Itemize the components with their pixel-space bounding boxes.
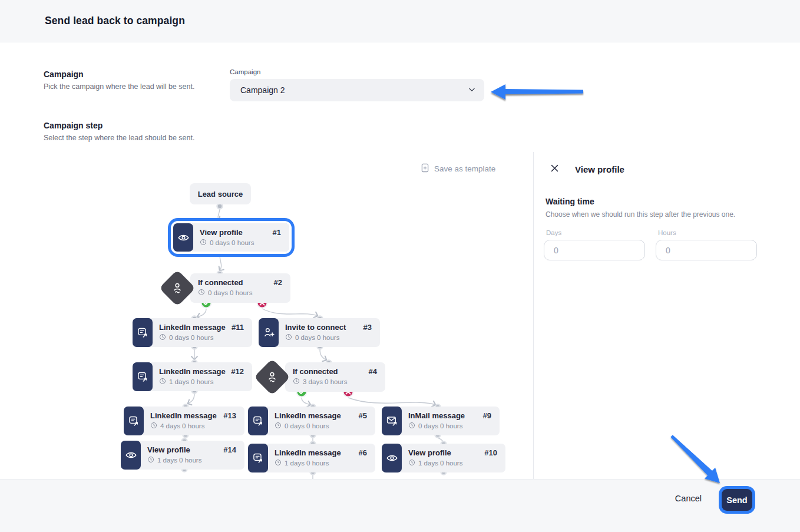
inmail-icon: [382, 407, 402, 435]
clock-icon: [150, 422, 157, 430]
node-wait-time: 0 days 0 hours: [285, 422, 329, 429]
node-number: #10: [484, 448, 497, 457]
node-body: LinkedIn message#110 days 0 hours: [151, 318, 252, 347]
node-body: If connected#20 days 0 hours: [190, 273, 290, 303]
cancel-button[interactable]: Cancel: [675, 488, 702, 508]
days-input[interactable]: [544, 240, 645, 260]
campaign-step-heading: Campaign step: [44, 121, 214, 130]
flow-node-step-13[interactable]: LinkedIn message#134 days 0 hours: [124, 407, 244, 435]
node-body: InMail message#90 days 0 hours: [401, 407, 500, 435]
close-icon[interactable]: [550, 164, 559, 174]
save-as-template-button[interactable]: Save as template: [421, 163, 495, 174]
node-wait-time: 0 days 0 hours: [169, 334, 213, 341]
node-number: #14: [223, 445, 236, 454]
node-body: View profile#10 days 0 hours: [192, 223, 289, 252]
node-body: LinkedIn message#50 days 0 hours: [267, 407, 375, 435]
person-plus-icon: [259, 318, 279, 347]
modal-header: Send lead back to campaign: [0, 0, 800, 42]
message-icon: [133, 362, 153, 391]
node-wait-time: 1 days 0 hours: [157, 457, 201, 464]
node-body: View profile#101 days 0 hours: [401, 444, 505, 472]
send-button[interactable]: Send: [722, 489, 752, 511]
clock-icon: [408, 422, 415, 430]
eye-icon: [382, 444, 402, 472]
flow-node-step-14[interactable]: View profile#141 days 0 hours: [121, 441, 244, 470]
node-number: #9: [483, 411, 491, 420]
node-number: #6: [359, 448, 367, 457]
flow-node-step-11[interactable]: LinkedIn message#110 days 0 hours: [133, 318, 252, 347]
modal-footer: Cancel Send: [0, 479, 800, 532]
campaign-step-description: Select the step where the lead should be…: [44, 134, 214, 142]
node-title: If connected: [293, 367, 369, 376]
clock-icon: [293, 378, 300, 386]
node-title: LinkedIn message: [150, 411, 223, 420]
node-title: Invite to connect: [285, 323, 363, 332]
flow-node-step-10[interactable]: View profile#101 days 0 hours: [382, 444, 505, 472]
node-body: LinkedIn message#121 days 0 hours: [151, 362, 252, 391]
node-number: #3: [363, 323, 372, 332]
node-wait-time: 4 days 0 hours: [160, 422, 204, 429]
node-title: View profile: [147, 445, 223, 454]
message-icon: [133, 318, 153, 347]
clock-icon: [275, 422, 282, 430]
message-icon: [248, 444, 268, 472]
waiting-time-heading: Waiting time: [546, 197, 781, 206]
node-number: #1: [273, 228, 281, 237]
node-body: Invite to connect#30 days 0 hours: [277, 318, 380, 347]
node-number: #5: [359, 411, 367, 420]
flow-node-step-9[interactable]: InMail message#90 days 0 hours: [382, 407, 500, 435]
node-wait-time: 0 days 0 hours: [208, 289, 252, 296]
campaign-select[interactable]: Campaign 2: [230, 79, 484, 101]
clock-icon: [159, 333, 166, 342]
days-label: Days: [544, 229, 645, 236]
node-title: View profile: [408, 448, 484, 457]
page-title: Send lead back to campaign: [45, 15, 185, 27]
node-wait-time: 1 days 0 hours: [169, 378, 213, 385]
node-wait-time: 1 days 0 hours: [418, 460, 462, 467]
campaign-select-value: Campaign 2: [240, 85, 468, 95]
clock-icon: [408, 459, 415, 467]
node-wait-time: 0 days 0 hours: [295, 334, 339, 341]
message-icon: [124, 407, 144, 435]
flow-node-step-12[interactable]: LinkedIn message#121 days 0 hours: [133, 362, 252, 391]
node-title: If connected: [198, 278, 274, 287]
campaign-heading: Campaign: [44, 70, 214, 79]
node-number: #4: [369, 367, 377, 376]
node-title: InMail message: [408, 411, 483, 420]
clock-icon: [275, 459, 282, 467]
campaign-description: Pick the campaign where the lead will be…: [44, 82, 214, 91]
flow-node-step-4[interactable]: If connected#43 days 0 hours: [285, 362, 385, 392]
node-wait-time: 1 days 0 hours: [285, 460, 329, 467]
clock-icon: [285, 333, 292, 342]
node-title: LinkedIn message: [159, 367, 231, 376]
node-body: LinkedIn message#134 days 0 hours: [143, 407, 244, 435]
message-icon: [248, 407, 268, 435]
clock-icon: [198, 289, 205, 297]
clock-icon: [147, 456, 154, 464]
node-title: LinkedIn message: [159, 323, 232, 332]
blue-arrow-pointing-left-at-campaign-dropdown: [483, 77, 592, 106]
flow-node-step-5[interactable]: LinkedIn message#50 days 0 hours: [248, 407, 375, 435]
eye-icon: [121, 441, 141, 470]
node-body: LinkedIn message#61 days 0 hours: [267, 444, 375, 472]
panel-title: View profile: [575, 164, 624, 174]
flow-node-step-1[interactable]: View profile#10 days 0 hours: [173, 223, 289, 252]
hours-label: Hours: [656, 229, 757, 236]
node-body: View profile#141 days 0 hours: [140, 441, 244, 470]
flow-node-step-3[interactable]: Invite to connect#30 days 0 hours: [259, 318, 380, 347]
node-number: #12: [231, 367, 244, 376]
flow-node-step-6[interactable]: LinkedIn message#61 days 0 hours: [248, 444, 375, 472]
hours-input[interactable]: [656, 240, 757, 260]
campaign-select-label: Campaign: [230, 68, 484, 75]
clock-icon: [159, 378, 166, 386]
node-title: LinkedIn message: [275, 448, 359, 457]
node-number: #2: [274, 278, 282, 287]
flow-node-step-2[interactable]: If connected#20 days 0 hours: [190, 273, 290, 303]
file-plus-icon: [421, 163, 429, 174]
step-settings-panel: View profile Waiting time Choose when we…: [533, 152, 800, 479]
node-number: #13: [223, 411, 236, 420]
node-wait-time: 0 days 0 hours: [210, 239, 254, 246]
waiting-time-description: Choose when we should run this step afte…: [546, 210, 781, 219]
lead-source-label: Lead source: [198, 190, 243, 199]
flow-node-lead-source[interactable]: Lead source: [190, 183, 251, 204]
